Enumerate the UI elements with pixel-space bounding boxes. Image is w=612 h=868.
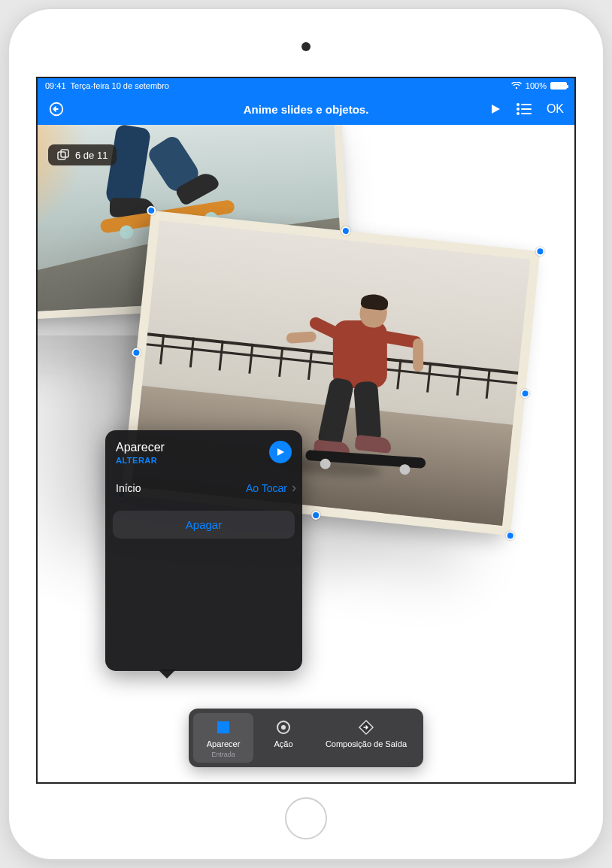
- action-icon: [275, 719, 292, 736]
- build-out-icon: [358, 719, 374, 736]
- nav-title: Anime slides e objetos.: [244, 103, 369, 116]
- undo-icon[interactable]: [48, 101, 65, 117]
- screen: 09:41 Terça-feira 10 de setembro 100% An…: [36, 77, 576, 784]
- chevron-right-icon: ›: [292, 480, 296, 496]
- segment-build-in[interactable]: Aparecer Entrada: [193, 713, 253, 763]
- segment-build-in-label: Aparecer: [207, 739, 241, 748]
- ipad-device-frame: 09:41 Terça-feira 10 de setembro 100% An…: [9, 9, 603, 859]
- preview-play-button[interactable]: [269, 441, 292, 463]
- nav-bar: Anime slides e objetos. OK: [38, 93, 574, 125]
- svg-point-1: [517, 103, 520, 106]
- slide-counter-badge[interactable]: 6 de 11: [48, 144, 117, 165]
- segment-build-out-label: Composição de Saída: [326, 739, 407, 748]
- build-in-icon: [215, 719, 232, 736]
- start-row[interactable]: Início Ao Tocar ›: [105, 472, 302, 503]
- svg-rect-8: [61, 150, 68, 157]
- slides-icon: [57, 149, 69, 161]
- selection-handle[interactable]: [505, 531, 515, 541]
- svg-point-3: [517, 108, 520, 111]
- start-value: Ao Tocar: [246, 482, 287, 494]
- build-order-icon[interactable]: [517, 103, 532, 115]
- popover-effect-title: Aparecer: [116, 441, 165, 454]
- play-icon: [276, 448, 285, 457]
- home-button[interactable]: [285, 797, 327, 839]
- svg-rect-2: [521, 104, 532, 105]
- svg-rect-7: [58, 152, 65, 159]
- selection-handle[interactable]: [520, 389, 530, 399]
- play-icon[interactable]: [489, 103, 501, 115]
- delete-animation-button[interactable]: Apagar: [113, 511, 295, 539]
- svg-rect-4: [521, 108, 532, 110]
- segment-action-label: Ação: [274, 739, 292, 748]
- svg-point-11: [281, 725, 286, 730]
- animation-popover: Aparecer ALTERAR Início Ao Tocar › Apaga…: [105, 430, 302, 671]
- start-label: Início: [116, 482, 141, 494]
- slide-counter-text: 6 de 11: [75, 150, 108, 161]
- svg-point-5: [517, 112, 520, 115]
- animation-type-segmented: Aparecer Entrada Ação Composição de Saíd…: [189, 709, 423, 767]
- battery-icon: [550, 82, 567, 90]
- status-time: 09:41: [45, 81, 66, 90]
- selection-handle[interactable]: [535, 247, 545, 256]
- svg-rect-6: [521, 113, 532, 114]
- slide-canvas[interactable]: 6 de 11 Aparecer ALTERAR Início Ao To: [38, 125, 574, 782]
- status-date: Terça-feira 10 de setembro: [71, 81, 169, 90]
- battery-pct: 100%: [526, 81, 547, 90]
- status-bar: 09:41 Terça-feira 10 de setembro 100%: [38, 78, 574, 93]
- done-button[interactable]: OK: [547, 102, 564, 116]
- segment-action[interactable]: Ação: [253, 713, 314, 763]
- segment-build-in-sub: Entrada: [211, 751, 235, 758]
- front-camera: [301, 42, 311, 51]
- svg-rect-9: [217, 721, 229, 733]
- segment-build-out[interactable]: Composição de Saída: [314, 713, 419, 763]
- wifi-icon: [511, 82, 522, 90]
- popover-change-button[interactable]: ALTERAR: [116, 456, 165, 465]
